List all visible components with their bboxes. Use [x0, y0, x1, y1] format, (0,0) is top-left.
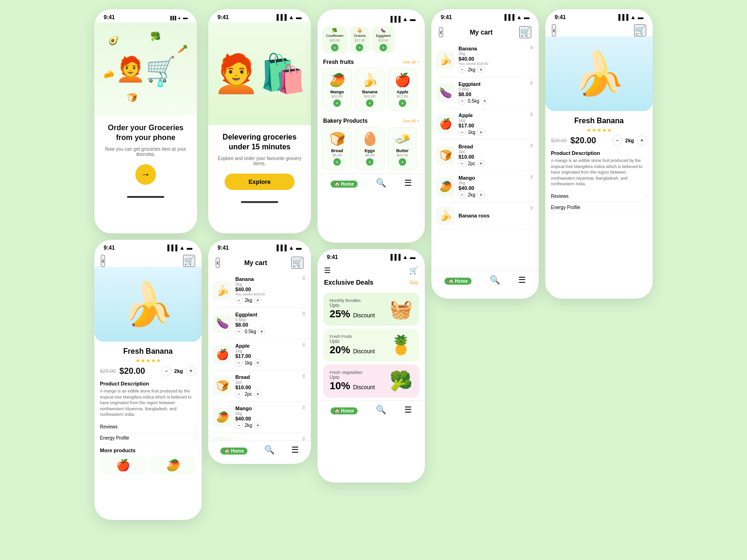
qty-plus-right[interactable]: + [637, 135, 647, 146]
qty-minus-right[interactable]: − [612, 135, 622, 146]
nav-home-cart-sm[interactable]: 🏠 Home [220, 445, 248, 455]
skip-button[interactable]: Skip [409, 280, 418, 285]
add-eggplant-top[interactable]: + [380, 44, 387, 51]
del-mango-big[interactable]: 🗑 [529, 174, 534, 179]
plus-eggplant-big[interactable]: + [481, 97, 488, 105]
delete-apple-sm[interactable]: 🗑 [302, 342, 306, 347]
nav-menu-browse[interactable]: ☰ [404, 178, 412, 188]
cart-icon-sm[interactable]: 🛒 [291, 257, 303, 269]
top-product-coolflower[interactable]: 🥦 Coolflower $20.00 + [322, 26, 347, 53]
more-item-apple[interactable]: 🍎 [100, 456, 146, 475]
qty-plus-left[interactable]: + [186, 366, 196, 376]
add-mango[interactable]: + [333, 99, 341, 107]
explore-button[interactable]: Explore [225, 174, 295, 190]
bakery-butter[interactable]: 🧈 Butter $20.00 + [388, 127, 417, 170]
see-all-fruits[interactable]: See all > [403, 60, 419, 64]
status-bar-detail-right: 9:41 ▐▐▐ ▲ ▬ [545, 9, 653, 22]
add-onions[interactable]: + [356, 44, 363, 51]
battery-deals: ▬ [410, 254, 416, 260]
fruit-banana[interactable]: 🍌 Banana $20.00 + [355, 68, 385, 111]
detail-row-energy-right[interactable]: Energy Profile › [551, 202, 647, 213]
plus-apple-big[interactable]: + [477, 128, 485, 136]
cart-icon-detail-right[interactable]: 🛒 [634, 24, 646, 36]
add-banana[interactable]: + [366, 99, 374, 107]
qty-minus-left[interactable]: − [161, 366, 171, 376]
add-bread[interactable]: + [333, 158, 341, 166]
screen-intro: 9:41 ▐▐▐ ▲ ▬ 🧑‍🦰🛍️ Delevering groceries … [208, 9, 311, 233]
qty-plus-banana-sm[interactable]: + [254, 296, 261, 304]
del-eggplant-big[interactable]: 🗑 [529, 80, 534, 85]
qty-eggplant-sm: 0.5kg [245, 329, 256, 334]
back-button-detail-right[interactable]: ‹ [552, 24, 556, 36]
add-coolflower[interactable]: + [331, 44, 338, 51]
detail-row-reviews[interactable]: Reviews › [100, 421, 196, 433]
delete-bread-sm[interactable]: 🗑 [302, 373, 306, 378]
nav-menu-deals[interactable]: ☰ [404, 405, 412, 415]
cart-icon-detail-left[interactable]: 🛒 [183, 255, 195, 267]
qty-plus-eggplant-sm[interactable]: + [258, 328, 265, 335]
add-eggs[interactable]: + [366, 158, 374, 166]
del-banaroos-big[interactable]: 🗑 [529, 205, 534, 210]
qty-minus-apple-sm[interactable]: − [235, 359, 243, 366]
nav-search-deals[interactable]: 🔍 [376, 405, 386, 415]
nav-home-deals[interactable]: 🏠 Home [331, 405, 358, 415]
qty-banana-sm: 2kg [245, 298, 252, 303]
minus-bread-big[interactable]: − [458, 160, 466, 167]
delete-mango-sm[interactable]: 🗑 [302, 405, 306, 410]
deals-title: Exclusive Deals [324, 279, 374, 286]
top-product-eggplant[interactable]: 🍆 Eggplant $16.00 + [372, 26, 395, 53]
back-button-detail-left[interactable]: ‹ [101, 255, 105, 267]
del-bread-big[interactable]: 🗑 [529, 143, 534, 148]
deal-card-monthly[interactable]: Monthly Bundles Upto 25% Discount 🧺 [323, 293, 419, 326]
minus-apple-big[interactable]: − [458, 128, 466, 136]
deal-card-veg[interactable]: Fresh Vegetables Upto 10% Discount 🥦 [323, 364, 419, 398]
cart-item-img-apple-sm: 🍎 [213, 345, 232, 364]
nav-search-cart-big[interactable]: 🔍 [490, 275, 500, 285]
time-detail-right: 9:41 [555, 14, 566, 21]
plus-mango-big[interactable]: + [477, 191, 485, 198]
nav-search-browse[interactable]: 🔍 [376, 178, 386, 188]
minus-eggplant-big[interactable]: − [458, 97, 466, 105]
back-btn-cart-big[interactable]: ‹ [439, 27, 443, 37]
back-btn-cart-sm[interactable]: ‹ [216, 258, 220, 268]
minus-banana-big[interactable]: − [458, 66, 466, 73]
qty-minus-banana-sm[interactable]: − [235, 296, 243, 304]
nav-home-browse[interactable]: 🏠 Home [331, 178, 358, 188]
cart-icon-big[interactable]: 🛒 [519, 26, 531, 38]
nav-search-cart-sm[interactable]: 🔍 [264, 445, 275, 455]
qty-minus-bread-sm[interactable]: − [235, 390, 243, 398]
add-apple[interactable]: + [399, 99, 406, 107]
fruit-apple[interactable]: 🍎 Apple $17.00 + [388, 68, 417, 111]
nav-menu-cart-sm[interactable]: ☰ [291, 445, 299, 455]
top-product-onions[interactable]: 🧅 Onions $17.00 + [350, 26, 369, 53]
deals-cart-icon[interactable]: 🛒 [409, 266, 418, 275]
see-all-bakery[interactable]: See all > [403, 119, 419, 123]
qty-minus-mango-sm[interactable]: − [235, 421, 243, 429]
hamburger-menu[interactable]: ☰ [324, 266, 331, 275]
qty-plus-apple-sm[interactable]: + [254, 359, 261, 366]
bakery-eggs[interactable]: 🥚 Eggs $8.00 + [355, 127, 385, 170]
del-banana-big[interactable]: 🗑 [529, 45, 534, 50]
screen-detail-right: 9:41 ▐▐▐ ▲ ▬ ‹ 🛒 🍌 Fresh Banana ★★★★★ $2… [545, 9, 653, 299]
nav-menu-cart-big[interactable]: ☰ [518, 275, 526, 285]
bakery-bread[interactable]: 🍞 Bread $5.00 + [322, 127, 352, 170]
deal-card-fruits[interactable]: Fresh Fruits Upto 20% Discount 🍍 [323, 329, 419, 362]
plus-banana-big[interactable]: + [477, 66, 485, 73]
fruit-mango[interactable]: 🥭 Mango $20.00 + [322, 68, 352, 111]
next-button[interactable]: → [135, 164, 156, 185]
qty-minus-eggplant-sm[interactable]: − [235, 328, 243, 335]
delete-banana-sm[interactable]: 🗑 [302, 275, 306, 280]
more-item-mango[interactable]: 🥭 [150, 456, 196, 475]
qty-plus-mango-sm[interactable]: + [254, 421, 261, 429]
qty-plus-bread-sm[interactable]: + [254, 390, 261, 398]
minus-mango-big[interactable]: − [458, 191, 466, 198]
delete-eggplant-sm[interactable]: 🗑 [302, 311, 306, 316]
add-butter[interactable]: + [399, 158, 406, 166]
delete-banaroos-sm[interactable]: 🗑 [302, 436, 306, 441]
del-apple-big[interactable]: 🗑 [529, 112, 534, 117]
plus-bread-big[interactable]: + [477, 160, 485, 167]
detail-row-energy[interactable]: Energy Profile › [100, 433, 196, 444]
nav-home-cart-big[interactable]: 🏠 Home [444, 275, 472, 285]
status-bar-detail-left: 9:41 ▐▐▐ ▲ ▬ [94, 240, 202, 253]
detail-row-reviews-right[interactable]: Reviews › [551, 191, 647, 202]
